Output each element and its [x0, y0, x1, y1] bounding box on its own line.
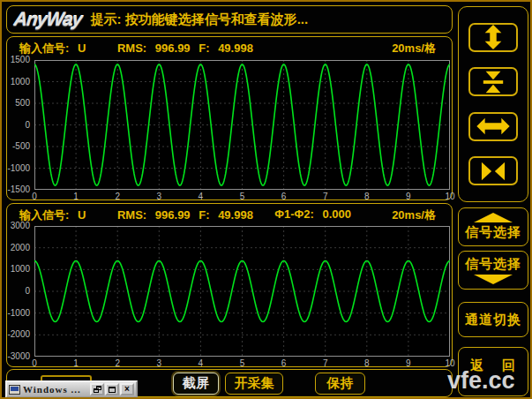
- signal-value: U: [78, 208, 86, 222]
- signal-select-up-label: 信号选择: [465, 224, 521, 241]
- channel-switch-label: 通道切换: [465, 312, 521, 328]
- signal-label: 输入信号:: [19, 208, 69, 222]
- x-tick-label: 4: [199, 358, 204, 368]
- waveform-plot-bottom: [34, 226, 450, 357]
- y-tick-label: -1500: [7, 185, 30, 194]
- restore-button[interactable]: [90, 383, 104, 395]
- x-tick-label: 9: [406, 192, 411, 201]
- signal-select-down-button[interactable]: 信号选择: [458, 251, 528, 290]
- channel-switch-button[interactable]: 通道切换: [458, 302, 528, 337]
- y-tick-label: 0: [25, 287, 30, 296]
- windows-titlebar[interactable]: Windows ... ×: [5, 380, 138, 398]
- y-tick-label: 1500: [11, 56, 30, 64]
- close-button[interactable]: ×: [120, 383, 134, 395]
- x-tick-label: 8: [364, 192, 370, 201]
- x-tick-label: 1: [73, 358, 79, 368]
- windows-title: Windows ...: [23, 384, 89, 395]
- x-tick-label: 4: [199, 192, 204, 201]
- hold-button[interactable]: 保持: [315, 373, 365, 395]
- zoom-button-group: [458, 6, 528, 202]
- expand-vertical-icon: [476, 25, 511, 49]
- hint-text: 提示: 按功能键选择信号和查看波形...: [90, 11, 308, 28]
- expand-horizontal-icon: [476, 114, 511, 139]
- signal-select-down-label: 信号选择: [465, 256, 521, 273]
- x-tick-label: 9: [406, 358, 411, 368]
- panel1-x-axis-labels: 012345678910: [34, 192, 450, 202]
- anyway-logo: AnyWay: [13, 9, 83, 30]
- x-tick-label: 5: [240, 192, 245, 201]
- triangle-up-icon: [474, 213, 513, 222]
- maximize-icon: [109, 387, 116, 393]
- x-tick-label: 5: [240, 358, 245, 368]
- windows-app-icon: [9, 385, 20, 395]
- y-tick-label: -3000: [7, 352, 30, 361]
- freq-value: 49.998: [218, 41, 253, 55]
- waveform-panel-bottom: 输入信号: U RMS: 996.99 F: 49.998 Φ1-Φ2: 0.0…: [6, 203, 453, 367]
- freq-value: 49.998: [218, 208, 253, 222]
- signal-value: U: [78, 41, 86, 55]
- timebase-label: 20ms/格: [392, 207, 436, 223]
- rms-label: RMS:: [117, 41, 146, 55]
- compress-horizontal-icon: [476, 159, 511, 184]
- expand-horizontal-button[interactable]: [468, 112, 518, 141]
- y-tick-label: 0: [25, 121, 30, 130]
- freq-label: F:: [199, 41, 209, 55]
- x-tick-label: 0: [32, 358, 37, 368]
- header-bar: AnyWay 提示: 按功能键选择信号和查看波形...: [6, 5, 453, 34]
- y-tick-label: -1000: [7, 164, 30, 173]
- rms-value: 996.99: [155, 208, 191, 222]
- panel2-y-axis-labels: 3000200010000-1000-2000-3000: [7, 226, 33, 357]
- signal-label: 输入信号:: [19, 41, 69, 55]
- screenshot-button[interactable]: 截屏: [173, 373, 219, 395]
- triangle-down-icon: [474, 275, 513, 284]
- x-tick-label: 7: [323, 192, 328, 201]
- x-tick-label: 2: [115, 192, 120, 201]
- panel1-y-axis-labels: 150010005000-500-1000-1500: [7, 60, 33, 190]
- x-tick-label: 3: [157, 192, 162, 201]
- x-tick-label: 6: [281, 192, 287, 201]
- watermark: vfe.cc: [447, 367, 515, 395]
- oscilloscope-app: AnyWay 提示: 按功能键选择信号和查看波形... 输入信号: U RMS:…: [0, 0, 532, 399]
- phase-value: 0.000: [322, 207, 351, 221]
- y-tick-label: 500: [15, 99, 30, 108]
- start-capture-button[interactable]: 开采集: [225, 373, 283, 395]
- x-tick-label: 0: [32, 192, 37, 201]
- close-icon: ×: [124, 385, 130, 394]
- rms-label: RMS:: [117, 208, 146, 222]
- x-tick-label: 1: [73, 192, 79, 201]
- x-tick-label: 2: [115, 358, 120, 368]
- compress-vertical-button[interactable]: [468, 67, 518, 96]
- signal-select-up-button[interactable]: 信号选择: [458, 207, 528, 246]
- restore-icon: [94, 386, 101, 393]
- panel2-x-axis-labels: 012345678910: [34, 358, 450, 369]
- phase-readout: Φ1-Φ2: 0.000: [274, 207, 356, 221]
- x-tick-label: 10: [445, 192, 454, 201]
- y-tick-label: 3000: [11, 222, 30, 230]
- waveform-plot-top: [34, 60, 450, 190]
- y-tick-label: 1000: [11, 78, 30, 87]
- x-tick-label: 3: [157, 358, 162, 368]
- y-tick-label: 1000: [11, 265, 30, 274]
- rms-value: 996.99: [155, 41, 191, 55]
- phase-label: Φ1-Φ2:: [274, 207, 313, 221]
- x-tick-label: 6: [281, 358, 287, 368]
- expand-vertical-button[interactable]: [468, 23, 518, 52]
- panel2-header: 输入信号: U RMS: 996.99 F: 49.998 Φ1-Φ2: 0.0…: [19, 207, 446, 222]
- y-tick-label: 2000: [11, 244, 30, 252]
- waveform-panel-top: 输入信号: U RMS: 996.99 F: 49.998 20ms/格 150…: [6, 36, 453, 200]
- timebase-label: 20ms/格: [392, 41, 436, 56]
- x-tick-label: 8: [364, 358, 370, 368]
- y-tick-label: -2000: [7, 330, 30, 339]
- compress-vertical-icon: [476, 70, 511, 94]
- x-tick-label: 7: [323, 358, 328, 368]
- freq-label: F:: [199, 208, 209, 222]
- compress-horizontal-button[interactable]: [468, 156, 518, 185]
- y-tick-label: -1000: [7, 309, 30, 318]
- y-tick-label: -500: [12, 142, 30, 151]
- panel1-header: 输入信号: U RMS: 996.99 F: 49.998 20ms/格: [19, 41, 446, 55]
- maximize-button[interactable]: [105, 383, 119, 395]
